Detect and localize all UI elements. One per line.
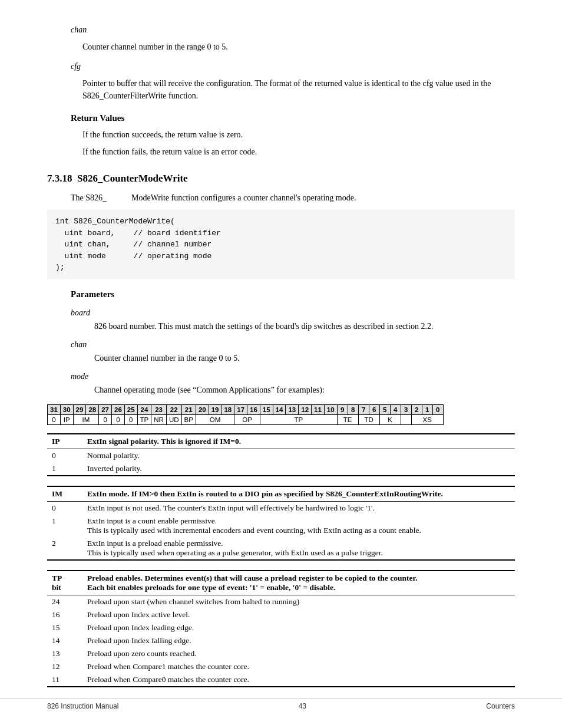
table-row: 2 ExtIn input is a preload enable permis… xyxy=(47,537,515,560)
bit-header-27: 27 xyxy=(99,405,112,415)
bit-header-19: 19 xyxy=(209,405,222,415)
cfg-desc: Pointer to buffer that will receive the … xyxy=(82,77,515,102)
board-desc: 826 board number. This must match the se… xyxy=(94,320,515,332)
bit-values-row: 0 IP IM 0 0 0 TP NR UD BP OM OP TP TE TD… xyxy=(48,415,444,425)
section-heading: 7.3.18 S826_CounterModeWrite xyxy=(47,171,515,186)
im-desc-table: IM ExtIn mode. If IM>0 then ExtIn is rou… xyxy=(47,486,515,561)
bit-header-31: 31 xyxy=(48,405,61,415)
chan-desc: Counter channel number in the range 0 to… xyxy=(82,41,515,53)
bit-header-1: 1 xyxy=(422,405,432,415)
bit-header-7: 7 xyxy=(358,405,369,415)
im-col1-header: IM xyxy=(47,486,82,502)
ip-desc-0: Normal polarity. xyxy=(82,449,515,463)
im-col2-header: ExtIn mode. If IM>0 then ExtIn is routed… xyxy=(82,486,515,502)
im-desc-0: ExtIn input is not used. The counter's E… xyxy=(82,502,515,515)
im-val-1: 1 xyxy=(47,515,82,537)
bit-header-20: 20 xyxy=(196,405,209,415)
bit-header-28: 28 xyxy=(86,405,99,415)
chan2-desc: Counter channel number in the range 0 to… xyxy=(94,352,515,364)
cfg-label: cfg xyxy=(71,62,81,71)
bit-table-container: 31 30 29 28 27 26 25 24 23 22 21 20 19 1… xyxy=(47,404,515,425)
im-val-2: 2 xyxy=(47,537,82,560)
ip-col2-header: ExtIn signal polarity. This is ignored i… xyxy=(82,434,515,449)
im-val-0: 0 xyxy=(47,502,82,515)
tp-desc-14: Preload upon Index falling edge. xyxy=(82,634,515,647)
table-row: 0 ExtIn input is not used. The counter's… xyxy=(47,502,515,515)
tp-desc-13: Preload upon zero counts reached. xyxy=(82,647,515,660)
tp-val-16: 16 xyxy=(47,608,82,621)
table-row: 1 ExtIn input is a count enable permissi… xyxy=(47,515,515,537)
bit-header-12: 12 xyxy=(299,405,312,415)
bit-header-4: 4 xyxy=(390,405,401,415)
table-row: 12 Preload when Compare1 matches the cou… xyxy=(47,660,515,673)
mode-label: mode xyxy=(71,370,515,383)
bit-header-10: 10 xyxy=(324,405,337,415)
tp-val-12: 12 xyxy=(47,660,82,673)
im-desc-2: ExtIn input is a preload enable permissi… xyxy=(82,537,515,560)
footer-right: Counters xyxy=(486,702,515,710)
table-row: 11 Preload when Compare0 matches the cou… xyxy=(47,673,515,687)
tp-desc-16: Preload upon Index active level. xyxy=(82,608,515,621)
table-row: 15 Preload upon Index leading edge. xyxy=(47,621,515,634)
tp-desc-11: Preload when Compare0 matches the counte… xyxy=(82,673,515,687)
board-label: board xyxy=(71,307,515,319)
bit-header-25: 25 xyxy=(124,405,137,415)
table-row: 24 Preload upon start (when channel swit… xyxy=(47,595,515,609)
bit-header-9: 9 xyxy=(337,405,348,415)
tp-desc-15: Preload upon Index leading edge. xyxy=(82,621,515,634)
bit-header-8: 8 xyxy=(348,405,358,415)
bit-header-11: 11 xyxy=(312,405,325,415)
tp-desc-table: TPbit Preload enables. Determines event(… xyxy=(47,570,515,687)
parameters-title: Parameters xyxy=(71,288,515,301)
return-success: If the function succeeds, the return val… xyxy=(82,129,515,141)
bit-header-2: 2 xyxy=(411,405,422,415)
tp-val-11: 11 xyxy=(47,673,82,687)
table-row: 13 Preload upon zero counts reached. xyxy=(47,647,515,660)
chan2-label: chan xyxy=(71,338,515,351)
tp-val-24: 24 xyxy=(47,595,82,609)
return-fail: If the function fails, the return value … xyxy=(82,146,515,158)
table-row: 1 Inverted polarity. xyxy=(47,462,515,476)
footer-left: 826 Instruction Manual xyxy=(47,702,118,710)
bit-table: 31 30 29 28 27 26 25 24 23 22 21 20 19 1… xyxy=(47,404,444,425)
bit-header-17: 17 xyxy=(234,405,247,415)
mode-desc: Channel operating mode (see “Common Appl… xyxy=(94,384,515,396)
bit-header-14: 14 xyxy=(273,405,286,415)
ip-val-1: 1 xyxy=(47,462,82,476)
bit-header-15: 15 xyxy=(260,405,273,415)
tp-val-15: 15 xyxy=(47,621,82,634)
bit-header-5: 5 xyxy=(379,405,390,415)
table-row: 0 Normal polarity. xyxy=(47,449,515,463)
section-intro: The S826_ ModeWrite function configures … xyxy=(71,192,515,204)
table-row: 16 Preload upon Index active level. xyxy=(47,608,515,621)
bit-header-29: 29 xyxy=(73,405,86,415)
bit-header-16: 16 xyxy=(247,405,260,415)
footer-center: 43 xyxy=(299,702,306,710)
chan-label: chan xyxy=(71,25,87,34)
bit-header-6: 6 xyxy=(369,405,379,415)
tp-val-13: 13 xyxy=(47,647,82,660)
bit-header-18: 18 xyxy=(222,405,234,415)
tp-desc-24: Preload upon start (when channel switche… xyxy=(82,595,515,609)
ip-desc-1: Inverted polarity. xyxy=(82,462,515,476)
bit-header-13: 13 xyxy=(286,405,299,415)
bit-header-26: 26 xyxy=(111,405,124,415)
bit-header-24: 24 xyxy=(137,405,151,415)
bit-header-22: 22 xyxy=(166,405,181,415)
tp-val-14: 14 xyxy=(47,634,82,647)
ip-col1-header: IP xyxy=(47,434,82,449)
table-row: 14 Preload upon Index falling edge. xyxy=(47,634,515,647)
tp-col1-header: TPbit xyxy=(47,571,82,595)
bit-header-30: 30 xyxy=(60,405,73,415)
bit-header-0: 0 xyxy=(432,405,443,415)
bit-header-3: 3 xyxy=(401,405,411,415)
tp-col2-header: Preload enables. Determines event(s) tha… xyxy=(82,571,515,595)
return-values-title: Return Values xyxy=(71,111,515,125)
page-footer: 826 Instruction Manual 43 Counters xyxy=(0,698,562,710)
bit-header-23: 23 xyxy=(151,405,167,415)
tp-desc-12: Preload when Compare1 matches the counte… xyxy=(82,660,515,673)
ip-desc-table: IP ExtIn signal polarity. This is ignore… xyxy=(47,433,515,476)
code-block: int S826_CounterModeWrite( uint board, /… xyxy=(47,210,515,279)
ip-val-0: 0 xyxy=(47,449,82,463)
im-desc-1: ExtIn input is a count enable permissive… xyxy=(82,515,515,537)
